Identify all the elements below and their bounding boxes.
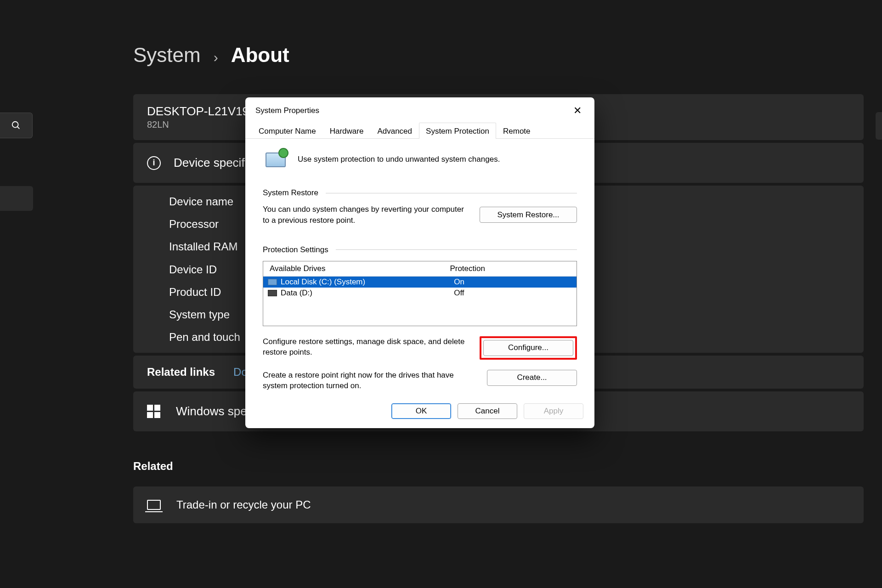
search-icon [11,120,21,130]
laptop-icon [147,500,161,510]
drive-row[interactable]: Local Disk (C:) (System)On [263,277,577,288]
protection-settings-heading: Protection Settings [263,245,328,254]
dialog-tabs: Computer Name Hardware Advanced System P… [245,122,594,139]
system-restore-button[interactable]: System Restore... [480,207,577,223]
divider [336,249,577,250]
tab-remote[interactable]: Remote [496,123,537,139]
breadcrumb-about: About [231,44,289,67]
highlight-configure: Configure... [480,336,577,360]
create-button[interactable]: Create... [487,370,577,386]
drive-row[interactable]: Data (D:)Off [263,288,577,299]
drive-icon [268,279,277,285]
sidebar-selected-stub [0,186,33,211]
close-button[interactable]: ✕ [570,104,585,118]
create-desc: Create a restore point right now for the… [263,370,473,392]
drive-protection: Off [454,288,576,298]
svg-line-1 [17,127,20,129]
ok-button[interactable]: OK [391,403,451,419]
tab-advanced[interactable]: Advanced [370,123,419,139]
tradein-label: Trade-in or recycle your PC [176,498,311,511]
info-icon: i [147,156,161,170]
dialog-title: System Properties [255,106,319,115]
col-protection: Protection [450,264,570,273]
cancel-button[interactable]: Cancel [458,403,517,419]
tab-hardware[interactable]: Hardware [323,123,371,139]
search-button[interactable] [0,113,33,138]
drive-name: Data (D:) [281,288,450,298]
right-edge-stub [876,112,882,140]
tab-system-protection[interactable]: System Protection [419,123,496,139]
system-restore-desc: You can undo system changes by reverting… [263,204,466,226]
configure-button[interactable]: Configure... [483,340,573,356]
drive-icon [268,290,277,296]
drives-table[interactable]: Available Drives Protection Local Disk (… [263,261,577,326]
related-heading: Related [133,460,864,473]
chevron-right-icon: › [214,50,218,65]
apply-button: Apply [524,403,583,419]
breadcrumb-system[interactable]: System [133,44,201,67]
tab-computer-name[interactable]: Computer Name [252,123,323,139]
divider [326,193,577,193]
configure-desc: Configure restore settings, manage disk … [263,336,466,358]
drive-name: Local Disk (C:) (System) [281,277,450,287]
svg-point-0 [12,122,18,128]
intro-text: Use system protection to undo unwanted s… [298,155,500,164]
col-available-drives: Available Drives [270,264,450,273]
system-restore-heading: System Restore [263,188,318,198]
related-links-label: Related links [147,366,215,379]
breadcrumb: System › About [133,44,864,67]
drive-protection: On [454,277,576,287]
windows-icon [147,405,160,418]
system-protection-icon [263,148,288,171]
system-properties-dialog: System Properties ✕ Computer Name Hardwa… [245,97,594,428]
tradein-card[interactable]: Trade-in or recycle your PC [133,486,864,523]
